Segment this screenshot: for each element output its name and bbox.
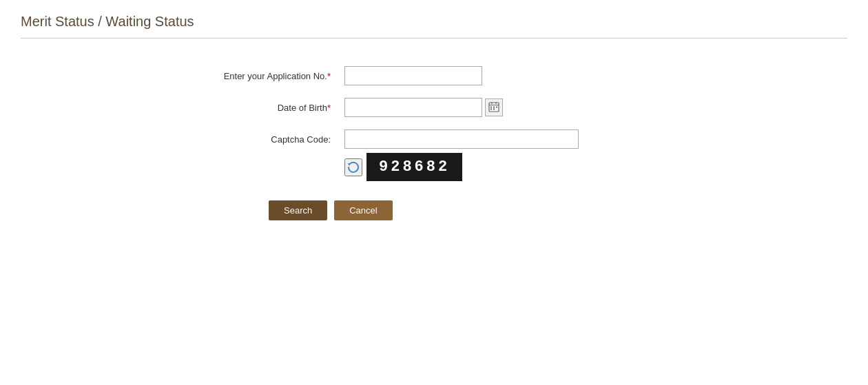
svg-rect-4 — [490, 106, 492, 107]
captcha-input-row: Captcha Code: — [193, 129, 675, 149]
application-no-row: Enter your Application No.* — [193, 66, 675, 85]
captcha-refresh-row: 928682 — [344, 153, 675, 181]
dob-row: Date of Birth* — [193, 98, 675, 117]
refresh-button[interactable] — [344, 158, 362, 176]
cancel-button[interactable]: Cancel — [334, 200, 392, 220]
svg-rect-7 — [490, 108, 492, 110]
required-star: * — [327, 71, 331, 81]
application-no-input[interactable] — [344, 66, 482, 85]
page-title: Merit Status / Waiting Status — [21, 14, 847, 39]
application-no-label: Enter your Application No.* — [193, 71, 344, 81]
captcha-display: 928682 — [366, 153, 462, 181]
svg-rect-5 — [493, 106, 495, 107]
button-row: Search Cancel — [269, 200, 751, 220]
svg-marker-9 — [348, 163, 351, 166]
search-button[interactable]: Search — [269, 200, 327, 220]
dob-input[interactable] — [344, 98, 482, 117]
captcha-label: Captcha Code: — [193, 134, 344, 145]
calendar-icon — [488, 101, 499, 114]
captcha-row: Captcha Code: 928682 — [193, 129, 675, 181]
svg-rect-6 — [496, 106, 497, 107]
svg-rect-8 — [493, 108, 495, 110]
page-container: Merit Status / Waiting Status Enter your… — [0, 0, 868, 385]
captcha-input[interactable] — [344, 129, 579, 149]
form-area: Enter your Application No.* Date of Birt… — [21, 66, 847, 220]
calendar-button[interactable] — [485, 98, 503, 116]
required-star-dob: * — [327, 103, 331, 113]
dob-label: Date of Birth* — [193, 103, 344, 113]
